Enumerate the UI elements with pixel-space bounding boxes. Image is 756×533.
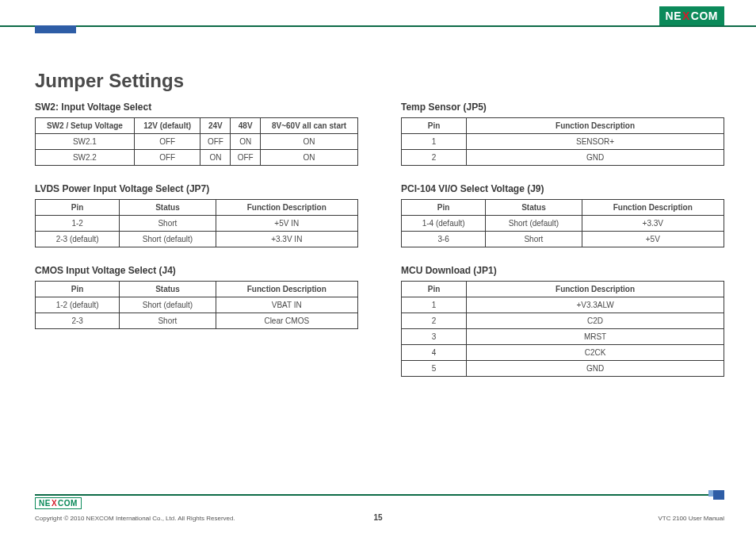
th: 24V <box>200 118 231 134</box>
section-sw2: SW2: Input Voltage Select SW2 / Setup Vo… <box>35 102 358 166</box>
td: 1-2 <box>36 216 120 232</box>
table-row: 2 C2D <box>402 313 724 329</box>
section-heading: LVDS Power Input Voltage Select (JP7) <box>35 183 358 194</box>
page-number: 15 <box>0 513 756 522</box>
section-j4: CMOS Input Voltage Select (J4) Pin Statu… <box>35 265 358 329</box>
td: ON <box>200 150 231 166</box>
th: Pin <box>36 200 120 216</box>
table-row: 1-2 Short +5V IN <box>36 216 358 232</box>
footer-accent-icon <box>713 490 724 500</box>
td: 1-4 (default) <box>402 216 486 232</box>
section-jp1: MCU Download (JP1) Pin Function Descript… <box>401 265 724 377</box>
th: Function Description <box>582 200 724 216</box>
brand-post: COM <box>691 10 718 22</box>
td: Short (default) <box>120 232 216 247</box>
td: 1 <box>402 134 467 150</box>
td: OFF <box>231 150 261 166</box>
th: Status <box>120 282 216 297</box>
th: Status <box>486 200 582 216</box>
td: OFF <box>134 150 200 166</box>
td: ON <box>231 134 261 150</box>
top-accent-bar <box>35 25 76 33</box>
brand-logo: NEXCOM <box>659 6 724 25</box>
th: Pin <box>402 200 486 216</box>
sw2-table: SW2 / Setup Voltage 12V (default) 24V 48… <box>35 117 358 166</box>
brand-pre: NE <box>39 499 51 508</box>
table-row: 2 GND <box>402 150 724 166</box>
content-area: SW2: Input Voltage Select SW2 / Setup Vo… <box>35 102 724 377</box>
right-column: Temp Sensor (JP5) Pin Function Descripti… <box>401 102 724 377</box>
section-heading: CMOS Input Voltage Select (J4) <box>35 265 358 276</box>
td: +5V <box>582 232 724 247</box>
table-row: 1-2 (default) Short (default) VBAT IN <box>36 297 358 313</box>
td: +3.3V <box>582 216 724 232</box>
td: C2CK <box>467 345 724 361</box>
td: 1-2 (default) <box>36 297 120 313</box>
section-heading: Temp Sensor (JP5) <box>401 102 724 113</box>
section-jp7: LVDS Power Input Voltage Select (JP7) Pi… <box>35 183 358 247</box>
th: Status <box>120 200 216 216</box>
td: Short (default) <box>120 297 216 313</box>
table-row: 5 GND <box>402 361 724 377</box>
td: VBAT IN <box>216 297 357 313</box>
table-row: 2-3 (default) Short (default) +3.3V IN <box>36 232 358 247</box>
th: 48V <box>231 118 261 134</box>
td: OFF <box>200 134 231 150</box>
td: 2 <box>402 150 467 166</box>
section-j9: PCI-104 VI/O Select Voltage (J9) Pin Sta… <box>401 183 724 247</box>
td: Short (default) <box>486 216 582 232</box>
table-row: SW2.2 OFF ON OFF ON <box>36 150 358 166</box>
td: +5V IN <box>216 216 357 232</box>
manual-name: VTC 2100 User Manual <box>658 515 724 522</box>
td: Short <box>120 216 216 232</box>
th: Function Description <box>216 200 357 216</box>
jp1-table: Pin Function Description 1 +V3.3ALW 2 C2… <box>401 281 724 377</box>
logo-bottom: NEXCOM <box>35 495 82 509</box>
td: C2D <box>467 313 724 329</box>
td: GND <box>467 150 724 166</box>
brand-x: X <box>51 499 58 508</box>
table-row: 1 +V3.3ALW <box>402 297 724 313</box>
td: SENSOR+ <box>467 134 724 150</box>
th: Pin <box>402 282 467 297</box>
table-row: 1-4 (default) Short (default) +3.3V <box>402 216 724 232</box>
section-heading: SW2: Input Voltage Select <box>35 102 358 113</box>
page-title: Jumper Settings <box>35 70 184 92</box>
th: 8V~60V all can start <box>261 118 358 134</box>
td: 4 <box>402 345 467 361</box>
th: 12V (default) <box>134 118 200 134</box>
table-row: 3-6 Short +5V <box>402 232 724 247</box>
j4-table: Pin Status Function Description 1-2 (def… <box>35 281 358 329</box>
td: +V3.3ALW <box>467 297 724 313</box>
td: SW2.2 <box>36 150 135 166</box>
th: Function Description <box>467 282 724 297</box>
left-column: SW2: Input Voltage Select SW2 / Setup Vo… <box>35 102 358 377</box>
td: SW2.1 <box>36 134 135 150</box>
th: Function Description <box>467 118 724 134</box>
td: MRST <box>467 329 724 345</box>
table-row: 2-3 Short Clear CMOS <box>36 313 358 329</box>
th: SW2 / Setup Voltage <box>36 118 135 134</box>
j9-table: Pin Status Function Description 1-4 (def… <box>401 199 724 247</box>
brand-logo-small: NEXCOM <box>35 497 82 509</box>
td: 1 <box>402 297 467 313</box>
table-row: SW2.1 OFF OFF ON ON <box>36 134 358 150</box>
jp5-table: Pin Function Description 1 SENSOR+ 2 GND <box>401 117 724 166</box>
td: Short <box>486 232 582 247</box>
table-row: 1 SENSOR+ <box>402 134 724 150</box>
th: Pin <box>36 282 120 297</box>
jp7-table: Pin Status Function Description 1-2 Shor… <box>35 199 358 247</box>
td: GND <box>467 361 724 377</box>
logo-top: NEXCOM <box>659 6 724 25</box>
td: 2 <box>402 313 467 329</box>
td: ON <box>261 134 358 150</box>
table-row: 4 C2CK <box>402 345 724 361</box>
td: Short <box>120 313 216 329</box>
td: 3-6 <box>402 232 486 247</box>
td: ON <box>261 150 358 166</box>
brand-pre: NE <box>666 10 682 22</box>
table-row: 3 MRST <box>402 329 724 345</box>
top-rule <box>0 25 756 27</box>
brand-x: X <box>682 10 691 22</box>
td: OFF <box>134 134 200 150</box>
